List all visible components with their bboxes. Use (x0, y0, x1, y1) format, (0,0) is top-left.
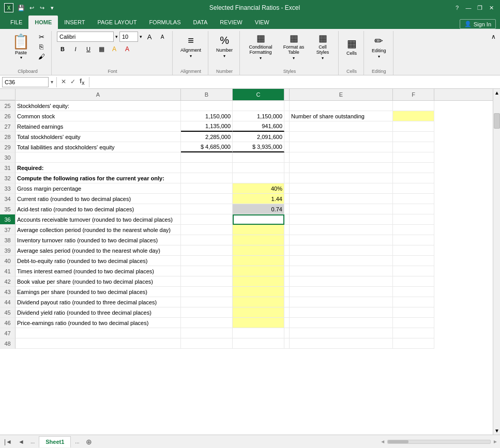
row-number[interactable]: 42 (0, 276, 16, 287)
list-item[interactable]: Average sales period (rounded to the nea… (16, 245, 181, 256)
row-number[interactable]: 37 (0, 225, 16, 235)
row-number[interactable]: 41 (0, 266, 16, 276)
list-item[interactable] (290, 235, 393, 245)
name-box[interactable]: C36 (2, 77, 49, 87)
col-header-f[interactable]: F (393, 89, 434, 100)
list-item[interactable]: 0.74 (233, 204, 284, 214)
list-item[interactable] (181, 307, 233, 318)
list-item[interactable] (233, 328, 284, 338)
row-number[interactable]: 29 (0, 142, 16, 152)
list-item[interactable] (393, 328, 434, 338)
format-painter-button[interactable]: 🖌 (36, 52, 47, 61)
list-item[interactable] (181, 152, 233, 163)
number-button[interactable]: % Number ▾ (214, 31, 235, 62)
list-item[interactable] (16, 338, 181, 349)
list-item[interactable] (233, 225, 284, 235)
format-table-button[interactable]: ▦ Format asTable ▾ (279, 31, 308, 62)
alignment-button[interactable]: ≡ Alignment ▾ (178, 31, 204, 62)
restore-btn[interactable]: ❐ (475, 3, 484, 12)
list-item[interactable] (233, 245, 284, 256)
list-item[interactable] (233, 266, 284, 276)
list-item[interactable] (290, 183, 393, 194)
list-item[interactable]: 2,091,600 (233, 132, 284, 142)
help-btn[interactable]: ? (452, 3, 462, 12)
list-item[interactable] (233, 276, 284, 287)
list-item[interactable] (181, 318, 233, 328)
list-item[interactable] (393, 287, 434, 297)
increase-font-btn[interactable]: A (144, 31, 155, 42)
list-item[interactable]: Retained earnings (16, 121, 181, 132)
list-item[interactable] (290, 318, 393, 328)
list-item[interactable] (393, 338, 434, 349)
list-item[interactable] (181, 214, 233, 225)
row-number[interactable]: 48 (0, 338, 16, 349)
tab-file[interactable]: FILE (4, 16, 28, 29)
list-item[interactable] (233, 297, 284, 307)
list-item[interactable] (233, 163, 284, 173)
list-item[interactable] (181, 235, 233, 245)
list-item[interactable] (233, 235, 284, 245)
name-box-arrow[interactable]: ▾ (51, 79, 53, 85)
list-item[interactable] (393, 256, 434, 266)
list-item[interactable] (290, 307, 393, 318)
italic-button[interactable]: I (70, 43, 81, 55)
list-item[interactable]: Compute the following ratios for the cur… (16, 173, 181, 183)
list-item[interactable] (233, 307, 284, 318)
list-item[interactable]: Debt-to-equity ratio (rounded to two dec… (16, 256, 181, 266)
list-item[interactable] (393, 152, 434, 163)
list-item[interactable]: 40% (233, 183, 284, 194)
list-item[interactable] (181, 225, 233, 235)
list-item[interactable] (393, 204, 434, 214)
underline-button[interactable]: U (83, 43, 94, 55)
list-item[interactable] (290, 287, 393, 297)
list-item[interactable] (181, 266, 233, 276)
scroll-left-btn[interactable]: ◄ (380, 439, 385, 444)
row-number[interactable]: 35 (0, 204, 16, 214)
sign-in-btn[interactable]: 👤 Sign In (460, 19, 496, 29)
border-button[interactable]: ▦ (96, 43, 107, 55)
list-item[interactable]: Common stock (16, 111, 181, 121)
cancel-formula-icon[interactable]: ✕ (60, 78, 67, 85)
cells-button[interactable]: ▦ Cells (344, 31, 359, 62)
list-item[interactable] (290, 163, 393, 173)
tab-home[interactable]: HOME (28, 16, 58, 29)
list-item[interactable] (233, 287, 284, 297)
list-item[interactable]: 1,135,000 (181, 121, 233, 132)
conditional-formatting-button[interactable]: ▦ ConditionalFormatting ▾ (245, 31, 276, 62)
list-item[interactable]: 1,150,000 (233, 111, 284, 121)
insert-function-icon[interactable]: fx (79, 78, 86, 86)
list-item[interactable] (290, 101, 393, 111)
horizontal-thumb[interactable] (388, 440, 408, 443)
confirm-formula-icon[interactable]: ✓ (69, 78, 77, 85)
tab-view[interactable]: VIEW (249, 16, 276, 29)
list-item[interactable] (181, 204, 233, 214)
list-item[interactable]: Average collection period (rounded to th… (16, 225, 181, 235)
list-item[interactable] (393, 183, 434, 194)
editing-button[interactable]: ✏ Editing ▾ (369, 31, 389, 62)
list-item[interactable] (393, 245, 434, 256)
list-item[interactable] (233, 256, 284, 266)
list-item[interactable] (290, 142, 393, 152)
list-item[interactable]: Dividend yield ratio (rounded to three d… (16, 307, 181, 318)
row-number[interactable]: 32 (0, 173, 16, 183)
list-item[interactable] (290, 214, 393, 225)
list-item[interactable] (290, 256, 393, 266)
list-item[interactable] (181, 163, 233, 173)
row-number[interactable]: 40 (0, 256, 16, 266)
bold-button[interactable]: B (57, 43, 68, 55)
list-item[interactable] (393, 101, 434, 111)
list-item[interactable]: 1.44 (233, 194, 284, 204)
row-number[interactable]: 46 (0, 318, 16, 328)
list-item[interactable] (16, 152, 181, 163)
list-item[interactable]: Acid-test ratio (rounded to two decimal … (16, 204, 181, 214)
list-item[interactable] (181, 245, 233, 256)
scrollbar-thumb[interactable] (494, 113, 500, 129)
nav-first-btn[interactable]: |◄ (2, 437, 14, 446)
list-item[interactable] (290, 266, 393, 276)
list-item[interactable] (181, 276, 233, 287)
list-item[interactable]: Stockholders' equity: (16, 101, 181, 111)
list-item[interactable] (181, 297, 233, 307)
list-item[interactable]: Number of share outstanding (290, 111, 393, 121)
list-item[interactable] (393, 111, 434, 121)
list-item[interactable] (290, 152, 393, 163)
